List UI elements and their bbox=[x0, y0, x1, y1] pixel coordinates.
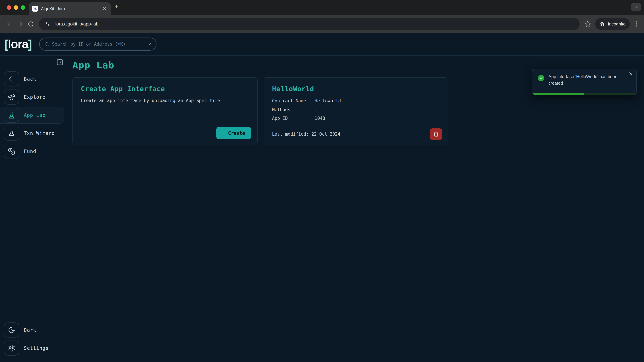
forward-button[interactable] bbox=[16, 19, 25, 29]
back-icon-button[interactable] bbox=[4, 71, 19, 86]
table-row: Contract Name HelloWorld bbox=[272, 98, 440, 104]
row-value: HelloWorld bbox=[314, 98, 341, 104]
sidebar-item-back[interactable]: Back bbox=[0, 71, 67, 86]
sidebar-spacer bbox=[0, 162, 67, 323]
explore-icon-button[interactable] bbox=[4, 89, 19, 105]
app-card-title: HelloWorld bbox=[272, 85, 440, 93]
arrow-left-icon bbox=[8, 75, 15, 83]
toast-close-icon[interactable]: ✕ bbox=[629, 71, 633, 76]
tab-search-button[interactable] bbox=[631, 3, 641, 11]
last-modified-text: Last modified: 22 Oct 2024 bbox=[272, 132, 340, 137]
sidebar-footer: Dark Settings bbox=[0, 323, 67, 362]
telescope-icon bbox=[8, 93, 15, 101]
row-label: App ID bbox=[272, 115, 314, 121]
sidebar-item-theme-toggle[interactable]: Dark bbox=[0, 323, 67, 338]
sidebar-item-label: Explore bbox=[24, 94, 46, 100]
search-bar[interactable]: ✕ bbox=[39, 37, 156, 51]
theme-icon-button[interactable] bbox=[4, 323, 19, 338]
back-button[interactable] bbox=[5, 19, 14, 29]
url-text: lora.algokit.io/app-lab bbox=[55, 21, 98, 27]
toast-message: App interface 'HelloWorld' has been crea… bbox=[548, 73, 626, 86]
lora-logo: [lora] bbox=[4, 37, 32, 51]
sliders-icon bbox=[45, 21, 50, 27]
sidebar-item-label: Txn Wizard bbox=[24, 130, 55, 136]
logo-bracket-left: [ bbox=[4, 37, 8, 51]
address-bar[interactable]: lora.algokit.io/app-lab bbox=[39, 17, 580, 30]
site-settings-icon[interactable] bbox=[43, 19, 52, 29]
back-arrow-icon bbox=[6, 21, 12, 27]
app-id-link[interactable]: 1048 bbox=[314, 115, 325, 121]
trash-icon bbox=[433, 131, 439, 137]
incognito-icon bbox=[600, 21, 605, 27]
gear-icon bbox=[8, 345, 15, 352]
app-card-footer: Last modified: 22 Oct 2024 bbox=[272, 128, 442, 140]
toast-progress-track bbox=[532, 93, 636, 95]
search-clear-icon[interactable]: ✕ bbox=[148, 41, 151, 46]
search-icon bbox=[44, 41, 49, 46]
tab-title: AlgoKit - lora bbox=[41, 6, 99, 11]
lora-app: [lora] ✕ Back bbox=[0, 33, 644, 362]
forward-arrow-icon bbox=[17, 21, 23, 27]
sidebar-item-settings[interactable]: Settings bbox=[0, 341, 67, 356]
create-button-label: Create bbox=[228, 130, 245, 136]
table-row: Methods 1 bbox=[272, 107, 440, 112]
window-controls bbox=[7, 5, 25, 10]
panel-collapse-icon bbox=[56, 59, 64, 66]
row-value: 1 bbox=[314, 107, 317, 112]
row-label: Methods bbox=[272, 107, 314, 112]
browser-tab[interactable]: [ak] AlgoKit - lora ✕ bbox=[29, 2, 111, 15]
wizard-hat-icon bbox=[8, 130, 15, 137]
sidebar-item-txn-wizard[interactable]: Txn Wizard bbox=[0, 126, 67, 141]
window-zoom-button[interactable] bbox=[21, 5, 25, 10]
create-app-interface-card: Create App Interface Create an app inter… bbox=[72, 77, 258, 145]
card-description: Create an app interface by uploading an … bbox=[81, 98, 250, 103]
sidebar-item-label: Back bbox=[24, 76, 36, 82]
toast-content: App interface 'HelloWorld' has been crea… bbox=[532, 69, 636, 86]
sidebar: Back Explore App Lab bbox=[0, 56, 68, 362]
sidebar-item-explore[interactable]: Explore bbox=[0, 89, 67, 105]
table-row: App ID 1048 bbox=[272, 115, 440, 121]
success-check-icon bbox=[537, 74, 545, 82]
moon-icon bbox=[8, 326, 15, 334]
card-title: Create App Interface bbox=[81, 85, 250, 93]
sidebar-item-label: Dark bbox=[24, 327, 36, 333]
fund-icon-button[interactable] bbox=[4, 144, 19, 159]
browser-toolbar: lora.algokit.io/app-lab Incognito bbox=[0, 15, 644, 33]
flask-icon bbox=[8, 111, 15, 119]
app-header: [lora] ✕ bbox=[0, 33, 644, 56]
logo-word: lora bbox=[8, 37, 28, 51]
coins-icon bbox=[8, 148, 15, 155]
reload-button[interactable] bbox=[26, 19, 36, 29]
tab-close-icon[interactable]: ✕ bbox=[102, 6, 107, 12]
incognito-badge: Incognito bbox=[595, 18, 630, 30]
star-icon bbox=[585, 21, 591, 27]
sidebar-collapse-button[interactable] bbox=[56, 59, 64, 66]
sidebar-item-label: Settings bbox=[24, 345, 49, 351]
sidebar-item-app-lab[interactable]: App Lab bbox=[0, 107, 64, 124]
sidebar-nav: Back Explore App Lab bbox=[0, 71, 67, 162]
logo-bracket-right: ] bbox=[28, 37, 32, 51]
incognito-label: Incognito bbox=[608, 21, 626, 27]
sidebar-item-label: App Lab bbox=[24, 112, 46, 118]
reload-icon bbox=[28, 21, 34, 27]
bookmark-star-button[interactable] bbox=[583, 19, 592, 29]
window-close-button[interactable] bbox=[7, 5, 11, 10]
settings-icon-button[interactable] bbox=[4, 341, 19, 356]
txn-wizard-icon-button[interactable] bbox=[4, 126, 19, 141]
app-lab-icon-button[interactable] bbox=[4, 108, 19, 123]
sidebar-item-fund[interactable]: Fund bbox=[0, 144, 67, 159]
create-button[interactable]: + Create bbox=[216, 127, 251, 139]
browser-tab-strip: [ak] AlgoKit - lora ✕ + bbox=[0, 0, 644, 15]
app-interface-card[interactable]: HelloWorld Contract Name HelloWorld Meth… bbox=[264, 77, 448, 145]
row-label: Contract Name bbox=[272, 98, 314, 104]
browser-menu-button[interactable] bbox=[633, 21, 640, 26]
delete-app-interface-button[interactable] bbox=[430, 128, 442, 140]
toast-progress-fill bbox=[532, 93, 584, 95]
plus-icon: + bbox=[222, 130, 226, 136]
sidebar-item-label: Fund bbox=[24, 148, 36, 154]
chevron-down-icon bbox=[634, 5, 638, 9]
search-input[interactable] bbox=[49, 41, 148, 46]
window-minimize-button[interactable] bbox=[14, 5, 18, 10]
new-tab-button[interactable]: + bbox=[115, 4, 118, 9]
screen: [ak] AlgoKit - lora ✕ + lora.algokit.io/… bbox=[0, 0, 644, 362]
